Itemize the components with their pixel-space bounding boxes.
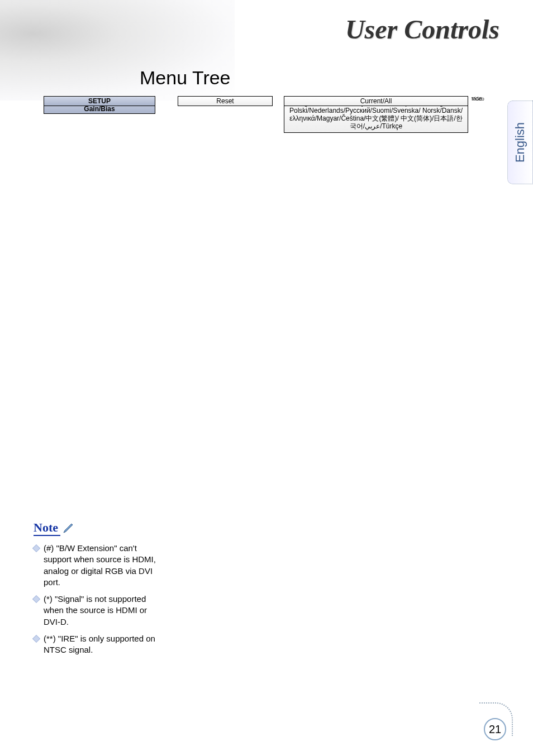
language-tab-label: English	[513, 122, 527, 162]
section-title: Menu Tree	[140, 67, 231, 89]
language-tab: English	[507, 101, 533, 184]
diamond-bullet-icon	[32, 595, 40, 603]
note-text: (#) "B/W Extension" can't support when s…	[44, 543, 156, 588]
vals-reset: Current/All	[284, 96, 468, 106]
item-reset: Reset	[178, 96, 273, 106]
hdr-setup: SETUP	[44, 96, 155, 106]
pencil-icon	[63, 523, 75, 534]
diamond-bullet-icon	[32, 544, 40, 552]
note-text: (**) "IRE" is only supported on NTSC sig…	[44, 633, 156, 656]
svg-marker-4	[64, 524, 73, 533]
side-label-video: Video	[472, 96, 484, 102]
note-item: (#) "B/W Extension" can't support when s…	[34, 543, 156, 588]
diamond-bullet-icon	[32, 635, 40, 643]
notes-list: (#) "B/W Extension" can't support when s…	[34, 543, 156, 655]
notes-block: Note (#) "B/W Extension" can't support w…	[34, 520, 156, 661]
note-item: (*) "Signal" is not supported when the s…	[34, 594, 156, 628]
note-item: (**) "IRE" is only supported on NTSC sig…	[34, 633, 156, 656]
page-number: 21	[484, 718, 506, 740]
note-text: (*) "Signal" is not supported when the s…	[44, 594, 156, 628]
notes-title: Note	[34, 520, 60, 536]
page-header-title: User Controls	[345, 14, 499, 45]
